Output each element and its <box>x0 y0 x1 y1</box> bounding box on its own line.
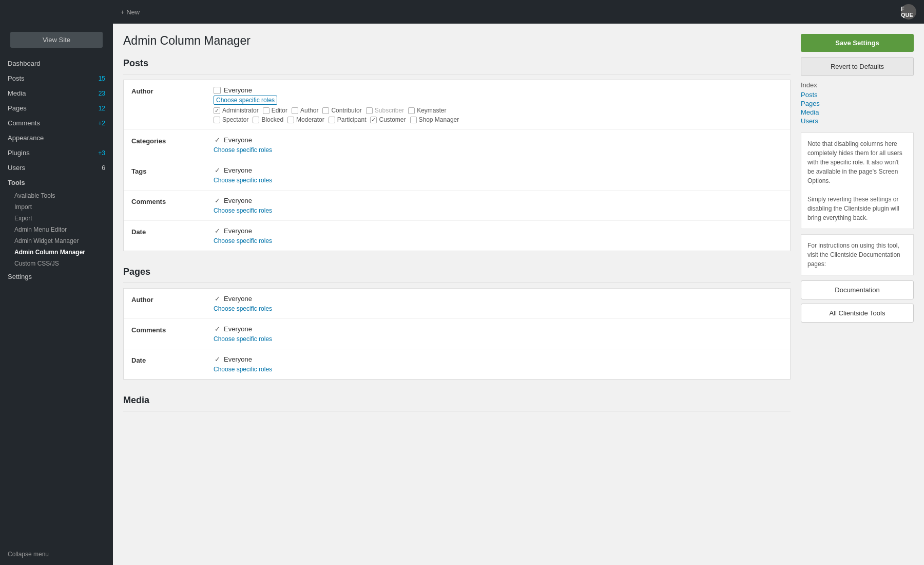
posts-categories-row: Categories ✓ Everyone Choose specific ro… <box>124 130 790 160</box>
sidebar-sub-custom-css-js[interactable]: Custom CSS/JS <box>0 258 113 269</box>
posts-comments-row: Comments ✓ Everyone Choose specific role… <box>124 191 790 221</box>
sidebar-item-pages[interactable]: Pages 12 <box>0 101 113 116</box>
new-button[interactable]: + New <box>121 8 140 16</box>
save-settings-button[interactable]: Save Settings <box>801 34 914 52</box>
index-link-media[interactable]: Media <box>801 108 914 116</box>
role-customer: ✓ Customer <box>370 116 406 123</box>
posts-date-controls: ✓ Everyone Choose specific roles <box>214 227 782 244</box>
role-administrator: ✓ Administrator <box>214 107 259 114</box>
sidebar-sub-export[interactable]: Export <box>0 213 113 224</box>
role-contributor: Contributor <box>322 107 361 114</box>
sidebar-item-posts[interactable]: Posts 15 <box>0 71 113 86</box>
pages-comments-controls: ✓ Everyone Choose specific roles <box>214 325 782 343</box>
pages-date-controls: ✓ Everyone Choose specific roles <box>214 355 782 373</box>
posts-tags-everyone-checkbox[interactable]: ✓ <box>214 167 221 174</box>
posts-categories-choose-roles-link[interactable]: Choose specific roles <box>214 146 272 154</box>
pages-comments-label: Comments <box>131 325 214 334</box>
pages-date-choose-roles-link[interactable]: Choose specific roles <box>214 366 272 373</box>
sidebar-item-plugins[interactable]: Plugins +3 <box>0 145 113 160</box>
role-keymaster-checkbox[interactable] <box>408 107 415 114</box>
posts-author-choose-roles-link[interactable]: Choose specific roles <box>214 96 277 105</box>
index-link-posts[interactable]: Posts <box>801 91 914 99</box>
posts-tags-choose-roles-link[interactable]: Choose specific roles <box>214 177 272 184</box>
right-sidebar: Save Settings Revert to Defaults Index P… <box>801 34 914 427</box>
role-participant-checkbox[interactable] <box>329 117 335 123</box>
role-spectator-checkbox[interactable] <box>214 117 220 123</box>
note-panel-2: For instructions on using this tool, vis… <box>801 234 914 275</box>
collapse-menu-button[interactable]: Collapse menu <box>0 543 113 565</box>
posts-section: Author Everyone Choose specific roles <box>123 80 791 251</box>
pages-comments-everyone-checkbox[interactable]: ✓ <box>214 326 221 333</box>
posts-date-choose-roles-link[interactable]: Choose specific roles <box>214 237 272 244</box>
sidebar-sub-import[interactable]: Import <box>0 201 113 213</box>
pages-date-row: Date ✓ Everyone Choose specific roles <box>124 349 790 379</box>
note-text-1: Note that disabling columns here complet… <box>807 140 902 184</box>
posts-author-label: Author <box>131 86 214 95</box>
sidebar-sub-admin-column-manager[interactable]: Admin Column Manager <box>0 247 113 258</box>
note-panel-1: Note that disabling columns here complet… <box>801 133 914 229</box>
posts-categories-everyone-checkbox[interactable]: ✓ <box>214 137 221 144</box>
index-panel: Index Posts Pages Media Users <box>801 81 914 125</box>
posts-comments-controls: ✓ Everyone Choose specific roles <box>214 197 782 214</box>
pages-author-row: Author ✓ Everyone Choose specific roles <box>124 289 790 319</box>
pages-date-label: Date <box>131 355 214 364</box>
posts-comments-everyone-checkbox[interactable]: ✓ <box>214 197 221 204</box>
posts-date-row: Date ✓ Everyone Choose specific roles <box>124 221 790 251</box>
role-keymaster: Keymaster <box>408 107 446 114</box>
posts-tags-row: Tags ✓ Everyone Choose specific roles <box>124 160 790 191</box>
role-spectator: Spectator <box>214 116 248 123</box>
posts-author-controls: Everyone Choose specific roles ✓ Adminis… <box>214 86 782 123</box>
role-blocked: Blocked <box>253 116 283 123</box>
role-editor-checkbox[interactable] <box>263 107 270 114</box>
sidebar-sub-admin-menu-editor[interactable]: Admin Menu Editor <box>0 224 113 235</box>
role-shop-manager: Shop Manager <box>410 116 459 123</box>
pages-section: Author ✓ Everyone Choose specific roles … <box>123 288 791 380</box>
sidebar-item-settings[interactable]: Settings <box>0 269 113 284</box>
sidebar-sub-available-tools[interactable]: Available Tools <box>0 190 113 201</box>
pages-author-controls: ✓ Everyone Choose specific roles <box>214 295 782 312</box>
posts-categories-controls: ✓ Everyone Choose specific roles <box>214 136 782 154</box>
pages-author-label: Author <box>131 295 214 304</box>
sidebar-item-users[interactable]: Users 6 <box>0 160 113 175</box>
sidebar: View Site Dashboard Posts 15 Media 23 Pa… <box>0 24 113 565</box>
role-author: Author <box>292 107 318 114</box>
role-shop-manager-checkbox[interactable] <box>410 117 417 123</box>
sidebar-sub-admin-widget-manager[interactable]: Admin Widget Manager <box>0 235 113 247</box>
role-moderator-checkbox[interactable] <box>287 117 294 123</box>
pages-date-everyone-checkbox[interactable]: ✓ <box>214 356 221 363</box>
role-contributor-checkbox[interactable] <box>322 107 329 114</box>
posts-comments-choose-roles-link[interactable]: Choose specific roles <box>214 207 272 214</box>
role-subscriber-checkbox[interactable] <box>366 107 373 114</box>
role-customer-checkbox[interactable]: ✓ <box>370 117 377 123</box>
sidebar-item-dashboard[interactable]: Dashboard <box>0 56 113 71</box>
doc-note-text: For instructions on using this tool, vis… <box>807 242 900 268</box>
role-moderator: Moderator <box>287 116 324 123</box>
posts-section-title: Posts <box>123 58 791 74</box>
sidebar-item-media[interactable]: Media 23 <box>0 86 113 101</box>
note-text-2: Simply reverting these settings or disab… <box>807 196 899 221</box>
sidebar-item-comments[interactable]: Comments +2 <box>0 116 113 130</box>
role-blocked-checkbox[interactable] <box>253 117 259 123</box>
index-link-pages[interactable]: Pages <box>801 100 914 107</box>
pages-author-choose-roles-link[interactable]: Choose specific roles <box>214 305 272 312</box>
sidebar-item-appearance[interactable]: Appearance <box>0 130 113 145</box>
role-administrator-checkbox[interactable]: ✓ <box>214 107 220 114</box>
sidebar-item-tools[interactable]: Tools <box>0 175 113 190</box>
media-section-title: Media <box>123 395 791 411</box>
role-author-checkbox[interactable] <box>292 107 298 114</box>
posts-date-everyone-checkbox[interactable]: ✓ <box>214 228 221 235</box>
posts-tags-label: Tags <box>131 166 214 175</box>
revert-defaults-button[interactable]: Revert to Defaults <box>801 57 914 76</box>
pages-comments-choose-roles-link[interactable]: Choose specific roles <box>214 335 272 343</box>
posts-author-everyone-checkbox[interactable] <box>214 87 221 94</box>
user-avatar[interactable]: F QUE <box>901 4 916 20</box>
posts-categories-label: Categories <box>131 136 214 145</box>
pages-section-title: Pages <box>123 267 791 283</box>
index-link-users[interactable]: Users <box>801 117 914 125</box>
pages-author-everyone-checkbox[interactable]: ✓ <box>214 295 221 303</box>
all-clientside-tools-button[interactable]: All Clientside Tools <box>801 304 914 323</box>
role-participant: Participant <box>329 116 367 123</box>
documentation-button[interactable]: Documentation <box>801 280 914 299</box>
view-site-button[interactable]: View Site <box>10 32 103 48</box>
topbar: + New F QUE <box>0 0 924 24</box>
